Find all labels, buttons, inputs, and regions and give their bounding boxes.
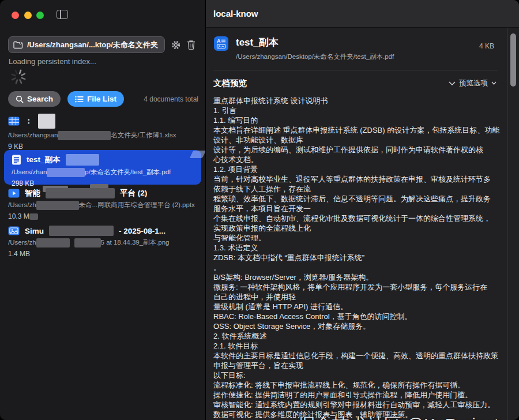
scrollbar-thumb[interactable] [510,33,516,87]
app-window: /Users/zhangsan/...ktop/未命名文件夹 Loading p… [0,0,519,420]
redaction-blur [49,226,114,236]
document-line: 量级机制 (通常是 HTTP API) 进行通信。 [213,302,507,312]
folder-path-value: /Users/zhangsan/...ktop/未命名文件夹 [27,40,158,50]
settings-gear-button[interactable] [171,40,181,50]
document-line: 设计等，为后续的编码、测试和维护工作提供依据，同时作为申请软件著作权的核 [213,145,507,155]
search-tab-button[interactable]: Search [8,91,61,107]
file-list-tab-button[interactable]: File List [67,91,124,107]
list-icon [75,96,84,103]
file-size: 9 KB [8,142,197,151]
chevron-down-icon [491,81,497,85]
folder-path-input[interactable]: /Users/zhangsan/...ktop/未命名文件夹 [8,36,165,53]
redaction-blur [36,201,79,210]
document-line: ZDSB: 本文档中指代 “重点群体申报统计系统” [213,253,507,262]
file-list-item-xlsx[interactable]: ： /Users/zhangsan名文件夹/工作簿1.xlsx 9 KB [0,114,205,151]
redaction-blur [46,188,115,198]
file-path: /Users/zhanp/未命名文件夹/test_副本.pdf [12,168,195,177]
watermark: 掘金技术社区 @KoProject [298,413,499,420]
spreadsheet-icon [8,117,20,126]
file-title: - 2025-08-1... [119,227,166,235]
close-window-button[interactable] [12,12,19,19]
preview-panel: local-know A test_副本 /Users/zhangsan/Des… [205,0,519,420]
file-title: 智能 [25,188,40,198]
delete-index-button[interactable] [187,40,195,50]
document-path: /Users/zhangsan/Desktop/未命名文件夹/test_副本.p… [236,52,394,61]
scrollbar[interactable] [507,28,519,420]
preview-options-dropdown[interactable]: 预览选项 [449,78,497,88]
loading-status-text: Loading persistent index... [9,57,96,66]
document-line: 操作便捷化: 提供简洁明了的用户界面和引导式操作流程，降低用户使用门槛。 [213,390,507,400]
trash-icon [187,40,195,50]
document-header: A test_副本 /Users/zhangsan/Desktop/未命名文件夹… [213,36,507,61]
file-size: 10.3 M [8,212,197,220]
document-line: 1. 引言 [213,106,507,115]
document-size: 4 KB [479,42,494,50]
file-title: ： [25,116,33,126]
panel-title: local-know [206,0,519,28]
document-title: test_副本 [236,36,394,49]
sidebar: /Users/zhangsan/...ktop/未命名文件夹 Loading p… [0,0,205,420]
zoom-window-button[interactable] [36,12,44,19]
document-line: 流程标准化: 将线下申报审批流程线上化、规范化，确保所有操作有据可循。 [213,380,507,390]
loading-spinner-icon [9,68,28,88]
mode-buttons-row: Search File List 4 documents total [8,91,198,107]
sidebar-toggle-icon[interactable] [57,10,68,19]
document-line: 程繁琐、效率低下、数据统计滞后、信息不透明等问题。为解决这些痛点，提升政务 [213,194,507,204]
document-line: 个集在线申报、自动初审、流程化审批及数据可视化统计于一体的综合性管理系统， [213,213,507,223]
document-line: 重点群体申报统计系统 设计说明书 [213,96,507,106]
file-path: /Users/zh未命...网联商用车综合管理平台 (2).pptx [8,201,197,210]
document-line: 以下目标: [213,370,507,380]
document-text: 重点群体申报统计系统 设计说明书1. 引言1.1. 编写目的本文档旨在详细阐述 … [213,96,507,419]
image-icon [8,226,20,235]
document-line: 与智能化管理。 [213,233,507,243]
panel-body: A test_副本 /Users/zhangsan/Desktop/未命名文件夹… [206,28,519,420]
redaction-blur [29,213,38,220]
document-line: 1.2. 项目背景 [213,164,507,174]
redaction-blur [47,168,85,177]
document-header-text: test_副本 /Users/zhangsan/Desktop/未命名文件夹/t… [236,36,394,61]
document-line: 设计、非功能设计、数据库 [213,135,507,145]
rich-document-icon: A [213,36,229,51]
file-path: /Users/zh5 at 18.44.39_副本.png [8,238,197,247]
document-line: 审核智能化: 通过系统内置的规则引擎对申报材料进行自动预审，减轻人工审核压力。 [213,400,507,410]
document-line: 当前，针对高校毕业生、退役军人等重点群体的扶持政策在申报、审核及统计环节多 [213,174,507,184]
documents-total-text: 4 documents total [144,95,198,103]
file-title: Simu [25,227,44,235]
search-icon [16,95,24,103]
file-title: test_副本 [27,155,61,165]
redaction-blur [58,131,111,140]
redaction-blur [66,154,99,166]
document-line: OSS: Object Storage Service，对象存储服务。 [213,321,507,331]
document-line: 服务水平，本项目旨在开发一 [213,204,507,213]
path-row: /Users/zhangsan/...ktop/未命名文件夹 [8,36,200,53]
preview-section-title: 文档预览 [213,78,247,89]
redaction-blur [38,114,55,129]
document-line: 实现政策申报的全流程线上化 [213,223,507,233]
document-line: 申报与管理平台，旨在实现 [213,361,507,370]
search-tab-label: Search [27,95,53,103]
file-list-tab-label: File List [87,95,116,103]
preview-options-label: 预览选项 [459,78,488,88]
document-line: 本软件的主要目标是通过信息化手段，构建一个便捷、高效、透明的重点群体扶持政策 [213,351,507,361]
gear-icon [171,40,181,50]
document-line: 心技术文档。 [213,155,507,164]
redaction-blur [74,238,101,247]
preview-toolbar: 文档预览 预览选项 [213,77,507,89]
file-list-item-pptx[interactable]: 智能 平台 (2) /Users/zh未命...网联商用车综合管理平台 (2).… [0,188,205,220]
redaction-blur [36,238,70,247]
document-line: RBAC: Role-Based Access Control，基于角色的访问控… [213,312,507,321]
document-line: 依赖于线下人工操作，存在流 [213,184,507,194]
redaction-blur [190,151,206,158]
folder-gear-icon [13,41,23,49]
file-path: /Users/zhangsan名文件夹/工作簿1.xlsx [8,131,197,140]
chevron-down-icon [449,81,456,85]
file-list-item-pdf-selected[interactable]: test_副本 /Users/zhanp/未命名文件夹/test_副本.pdf … [4,150,201,185]
document-line: 。 [213,262,507,272]
document-line: 1.1. 编写目的 [213,115,507,125]
document-line: 自己的进程中，并使用轻 [213,292,507,302]
file-title: 平台 (2) [120,188,147,198]
minimize-window-button[interactable] [24,12,32,19]
file-list-item-png[interactable]: Simu - 2025-08-1... /Users/zh5 at 18.44.… [0,226,205,258]
document-line: B/S架构: Browser/Server，浏览器/服务器架构。 [213,272,507,282]
document-line: 2.1. 软件目标 [213,341,507,351]
